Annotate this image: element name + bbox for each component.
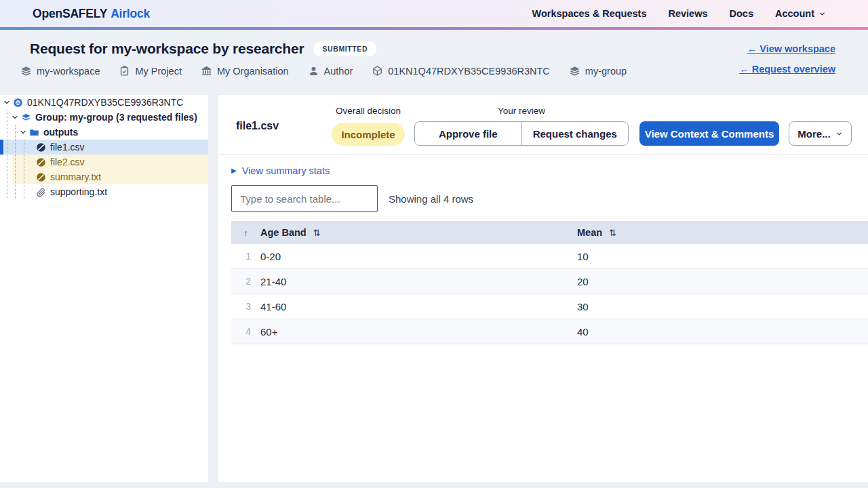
tree-item-summary-txt[interactable]: summary.txt: [0, 169, 208, 184]
view-workspace-link[interactable]: ← View workspace: [747, 43, 835, 54]
more-menu-button[interactable]: More...: [789, 121, 852, 146]
folder-icon: [29, 127, 39, 138]
meta-project: My Project: [119, 65, 182, 77]
table-header-row: ↑ Age Band ⇅ Mean ⇅: [231, 221, 868, 244]
bank-icon: [201, 65, 212, 77]
sort-toggle-icon[interactable]: ⇅: [313, 228, 321, 238]
status-badge: SUBMITTED: [313, 41, 376, 56]
brand-logo[interactable]: OpenSAFELYAirlock: [33, 7, 150, 21]
chevron-down-icon[interactable]: [11, 113, 19, 121]
table-row: 4 60+ 40: [231, 319, 868, 344]
column-header-mean[interactable]: Mean: [577, 227, 602, 238]
view-summary-stats-label: View summary stats: [242, 165, 330, 176]
row-number: 2: [231, 276, 260, 287]
view-context-comments-button[interactable]: View Context & Comments: [639, 121, 779, 146]
tree-item-outputs-folder[interactable]: outputs: [0, 125, 208, 140]
tree-item-file1-csv[interactable]: file1.csv: [0, 140, 208, 155]
chevron-down-icon: [818, 10, 826, 18]
view-summary-stats-toggle[interactable]: ▶ View summary stats: [231, 165, 330, 176]
tree-item-request-root[interactable]: 01KN1Q47RDXYB35CE9936R3NTC: [0, 95, 208, 110]
under-review-icon: [36, 157, 46, 167]
cell-age-band: 21-40: [260, 276, 577, 287]
row-number-sort-icon[interactable]: ↑: [231, 228, 260, 238]
sort-toggle-icon[interactable]: ⇅: [609, 228, 616, 238]
meta-organisation-label: My Organisation: [217, 66, 289, 77]
table-search-row: Showing all 4 rows: [231, 185, 868, 212]
page-title: Request for my-workspace by researcher: [30, 41, 304, 57]
cell-age-band: 60+: [260, 326, 577, 338]
file-review-panel: file1.csv Overall decision Incomplete Yo…: [218, 95, 868, 482]
nav-account-menu[interactable]: Account: [775, 8, 826, 19]
chevron-down-icon: [835, 130, 843, 138]
tree-item-label: outputs: [43, 127, 78, 138]
cell-age-band: 0-20: [260, 251, 577, 262]
review-button-group: Approve file Request changes: [414, 121, 629, 146]
tree-guide-line: [15, 125, 16, 199]
row-count-text: Showing all 4 rows: [389, 193, 473, 205]
brand-primary: OpenSAFELY: [33, 7, 107, 20]
request-overview-link[interactable]: ← Request overview: [739, 64, 835, 75]
meta-author-label: Author: [324, 66, 353, 77]
paperclip-icon: [36, 187, 46, 197]
layers-icon: [20, 65, 32, 77]
table-row: 3 41-60 30: [231, 294, 868, 319]
meta-group: my-group: [569, 65, 627, 77]
file-review-header: file1.csv Overall decision Incomplete Yo…: [218, 95, 868, 155]
meta-workspace: my-workspace: [20, 65, 100, 77]
layers-icon: [21, 113, 31, 123]
meta-workspace-label: my-workspace: [37, 66, 100, 77]
tree-item-file2-csv[interactable]: file2.csv: [0, 155, 208, 169]
cell-mean: 40: [577, 326, 868, 338]
chevron-down-icon[interactable]: [3, 98, 11, 106]
row-number: 1: [231, 251, 260, 262]
row-number: 4: [231, 326, 260, 337]
approve-file-button[interactable]: Approve file: [415, 122, 521, 145]
request-changes-button[interactable]: Request changes: [521, 122, 629, 145]
more-menu-label: More...: [797, 128, 830, 140]
overall-decision-label: Overall decision: [332, 106, 405, 116]
cell-age-band: 41-60: [260, 301, 577, 312]
meta-group-label: my-group: [585, 66, 627, 77]
file-tree-sidebar: 01KN1Q47RDXYB35CE9936R3NTC Group: my-gro…: [0, 95, 208, 482]
tree-item-group[interactable]: Group: my-group (3 requested files): [0, 110, 208, 125]
overall-decision-badge: Incomplete: [332, 123, 405, 146]
cell-mean: 10: [577, 251, 868, 262]
nav-account-label: Account: [775, 8, 814, 19]
nav-workspaces-requests[interactable]: Workspaces & Requests: [532, 8, 647, 19]
meta-author: Author: [308, 65, 353, 77]
table-search-input[interactable]: [231, 185, 378, 212]
table-row: 2 21-40 20: [231, 269, 868, 294]
column-header-age-band[interactable]: Age Band: [260, 227, 307, 238]
table-row: 1 0-20 10: [231, 244, 868, 269]
clipboard-icon: [119, 65, 130, 77]
row-number: 3: [231, 301, 260, 312]
brand-secondary: Airlock: [111, 7, 150, 20]
tree-guide-line: [24, 140, 24, 199]
data-table: ↑ Age Band ⇅ Mean ⇅ 1 0-20 10 2 21-40 20…: [231, 221, 868, 344]
nav-reviews[interactable]: Reviews: [668, 8, 707, 19]
meta-project-label: My Project: [135, 66, 182, 77]
file-name-heading: file1.csv: [236, 120, 279, 132]
cell-mean: 20: [577, 276, 868, 287]
top-nav: Workspaces & Requests Reviews Docs Accou…: [532, 8, 826, 19]
under-review-icon: [36, 172, 46, 182]
tree-item-label: supporting.txt: [50, 186, 107, 197]
meta-request-id: 01KN1Q47RDXYB35CE9936R3NTC: [372, 65, 550, 77]
tree-item-label: file2.csv: [50, 157, 85, 167]
person-icon: [308, 65, 319, 77]
file-tree: 01KN1Q47RDXYB35CE9936R3NTC Group: my-gro…: [0, 95, 208, 199]
release-request-icon: [13, 98, 23, 108]
request-metadata-row: my-workspace My Project My Organisation …: [20, 65, 835, 77]
chevron-down-icon[interactable]: [19, 128, 27, 136]
top-navigation-bar: OpenSAFELYAirlock Workspaces & Requests …: [0, 0, 868, 27]
tree-item-label: 01KN1Q47RDXYB35CE9936R3NTC: [27, 97, 183, 108]
request-page-header: Request for my-workspace by researcher S…: [0, 30, 868, 92]
tree-item-supporting-txt[interactable]: supporting.txt: [0, 184, 208, 199]
under-review-icon: [36, 142, 46, 152]
your-review-label: Your review: [414, 106, 629, 116]
triangle-right-icon: ▶: [231, 167, 237, 174]
nav-docs[interactable]: Docs: [730, 8, 753, 19]
meta-organisation: My Organisation: [201, 65, 289, 77]
meta-request-id-label: 01KN1Q47RDXYB35CE9936R3NTC: [388, 66, 550, 77]
cube-icon: [372, 65, 383, 77]
